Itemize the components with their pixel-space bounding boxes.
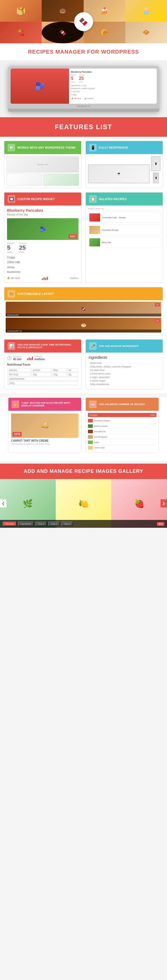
widget-cook-num: 25 — [19, 245, 27, 251]
ingredients-content: Ingredients 500ml Milk 250g butter, chil… — [86, 353, 163, 389]
difficulty-item: Difficulty medium — [27, 355, 45, 361]
macbook-footer: 🔥 367 kcal 📊 medium — [71, 97, 154, 100]
recipe-thumb-3 — [88, 430, 93, 433]
widget-difficulty-chart — [42, 276, 48, 280]
macbook-difficulty: 📊 medium — [84, 97, 94, 100]
macbook-calories: 🔥 367 kcal — [71, 97, 81, 100]
hero-logo-icon: 🍫 — [79, 18, 88, 26]
ing-4: 2 fresh lemon juice — [89, 372, 160, 375]
related-item-3: Berry Tart — [88, 237, 161, 248]
features-grid: W WORKS WITH ANY WORDPRESS THEME Recipe … — [0, 137, 167, 287]
related-demo: Related recipes list Chocolate Cake - Re… — [86, 205, 163, 251]
responsive-icon-box: 📱 — [89, 144, 97, 151]
macbook-ing-4: 3 eggs — [71, 93, 154, 96]
nut-fat-val: 8g — [67, 372, 78, 376]
gallery-bottom-bar: The dish Ingredients Step 1 Step 2 Step … — [0, 520, 167, 528]
gallery-section: 🌿 🍋 🍓 ❮ ❯ The dish Ingredients Step 1 St… — [0, 479, 167, 528]
ready-value: 45 min — [13, 358, 22, 361]
feature-wordpress-label: WORKS WITH ANY WORDPRESS THEME — [17, 146, 76, 149]
bar-1 — [42, 278, 43, 280]
hero-collage: 🥞 🍩 🍰 🧁 🍓 🍫 🥐 🧇 🍫 — [0, 0, 167, 43]
gallery-nav-right-icon: ❯ — [162, 501, 165, 505]
ing-item-4: blueberries — [7, 270, 78, 275]
related-icon-box: 📋 — [89, 195, 97, 203]
like-icon-box: 👍 — [12, 401, 19, 408]
nutritional-header: 📊 ADD AND MANAGE COOK TIME NUTRITIONAL F… — [4, 340, 81, 353]
gallery-tab-step3[interactable]: Step 3 — [62, 522, 73, 526]
ing-7: 500g strawberries — [89, 383, 160, 386]
difficulty-label: Difficulty — [34, 355, 45, 358]
macbook-stats: PREP 5 mins COOK 25 mins — [71, 74, 154, 83]
nut-protein-val: 30g — [32, 372, 51, 376]
gallery-tab-step2[interactable]: Step 2 — [48, 522, 60, 526]
nut-row-4: 180g — [8, 381, 78, 385]
related-text-2: Pancakes Recipe — [102, 229, 119, 231]
like-box: 👍 "LIKE" BUTTON FOR EACH RECIPE WITH DIS… — [8, 398, 81, 453]
feature-layout-header: 🎨 CUSTOMIZABLE LAYOUT — [4, 287, 163, 300]
feature-responsive-header: 📱 FULLY RESPONSIVE — [86, 141, 163, 154]
gallery-tab-step1[interactable]: Step 1 — [35, 522, 47, 526]
macbook-ingredients-list: Ingredients: 1 cup Blueberries, vanilla … — [71, 84, 154, 96]
like-header-label: "LIKE" BUTTON FOR EACH RECIPE WITH DISPL… — [21, 402, 78, 407]
feature-responsive-label: FULLY RESPONSIVE — [99, 146, 128, 149]
hero-cell-8: 🧇 — [125, 22, 167, 43]
diff-bar-4 — [32, 356, 33, 360]
nut-carbs-label: carbohydrates — [8, 377, 78, 381]
feature-layout-box: 🎨 CUSTOMIZABLE LAYOUT 🍫 CHOCOLATE 31 🍮 C… — [4, 287, 163, 335]
unlimited-icon-box: ∞ — [89, 401, 97, 408]
gallery-nav-right[interactable]: ❯ — [161, 500, 167, 508]
tart-count-badge: 1270 — [13, 432, 22, 436]
diff-bar-2 — [29, 358, 30, 360]
ready-item: 🕐 Ready in 45 min — [7, 355, 22, 361]
macbook-screen-left: 🫐 — [11, 68, 69, 104]
ready-label: Ready in — [13, 355, 22, 358]
screen-mockup-3 — [43, 173, 79, 186]
gallery-count: 670 — [157, 522, 164, 526]
gallery-tab-ingredients[interactable]: Ingredients — [18, 522, 34, 526]
nut-fiber-val: 20g — [52, 372, 67, 376]
phone-mockup: 📲 — [153, 172, 159, 183]
layout-section: 🎨 CUSTOMIZABLE LAYOUT 🍫 CHOCOLATE 31 🍮 C… — [0, 287, 167, 339]
feature-related-label: RELATED RECIPES — [99, 197, 126, 200]
bar-2 — [44, 277, 45, 280]
like-section: 👍 "LIKE" BUTTON FOR EACH RECIPE WITH DIS… — [4, 398, 163, 457]
nutritional-content: 🕐 Ready in 45 min Difficulty — [4, 353, 81, 388]
layout-badge-1: 31 — [155, 303, 160, 307]
tart-title: CARROT TART WITH CREME — [11, 439, 78, 442]
recipe-row-1: Strawberry Daiquiri — [88, 418, 156, 423]
feature-layout-label: CUSTOMIZABLE LAYOUT — [17, 292, 54, 296]
like-content: 🥧 1270 CARROT TART WITH CREME 75% health… — [8, 411, 81, 448]
tart-image: 🥧 1270 — [11, 414, 78, 438]
widget-prep-num: 5 — [7, 245, 14, 251]
ingredients-icon-box: 🥕 — [89, 342, 97, 350]
layout-item-2: 🍮 CHOCOLATE TG 24 — [6, 318, 161, 332]
gallery-tabs: The dish Ingredients Step 1 Step 2 Step … — [3, 522, 73, 526]
recipe-widget-demo: Blueberry Pancakes Recipe of the day 🫐 5… — [4, 205, 81, 283]
nut-carbs-val: 180g — [8, 381, 78, 385]
recipe-thumb-1 — [88, 419, 93, 422]
widget-cook: COOK 25 mins — [19, 242, 27, 253]
widget-icon-box: 🔲 — [8, 195, 15, 203]
gallery-nav-left[interactable]: ❮ — [0, 500, 6, 508]
nutritional-box: 📊 ADD AND MANAGE COOK TIME NUTRITIONAL F… — [4, 339, 81, 390]
layout-demo: 🍫 CHOCOLATE 31 🍮 CHOCOLATE TG 24 — [4, 300, 163, 335]
diff-bar-1 — [27, 358, 28, 360]
nut-row-3: carbohydrates — [8, 377, 78, 381]
screen-mockup-row — [6, 173, 79, 186]
nut-protein-label: protein — [32, 368, 51, 372]
hero-cell-4: 🧁 — [125, 0, 167, 22]
nut-cal-val: 967 kcal — [8, 372, 31, 376]
layout-item-1: 🍫 CHOCOLATE 31 — [6, 302, 161, 317]
nutritional-icon: 📊 — [9, 344, 14, 348]
related-item-1: Chocolate Cake - Recipe — [88, 212, 161, 223]
gallery-tab-dish[interactable]: The dish — [3, 522, 16, 526]
nutritional-header-label: ADD AND MANAGE COOK TIME NUTRITIONAL FAC… — [17, 344, 78, 349]
macbook-ing-1: Ingredients: 1 cup — [71, 84, 154, 87]
small-devices: 📱 📲 — [151, 156, 161, 183]
layout-badge-2: 24 — [155, 319, 160, 323]
nut-cal-label: calories — [8, 368, 31, 372]
macbook-ing-3: 1 cup milk — [71, 90, 154, 93]
macbook-prep: PREP 5 mins — [71, 74, 76, 83]
recipe-row-4: Pork Bolognese — [88, 434, 156, 440]
wordpress-icon: W — [10, 146, 13, 150]
